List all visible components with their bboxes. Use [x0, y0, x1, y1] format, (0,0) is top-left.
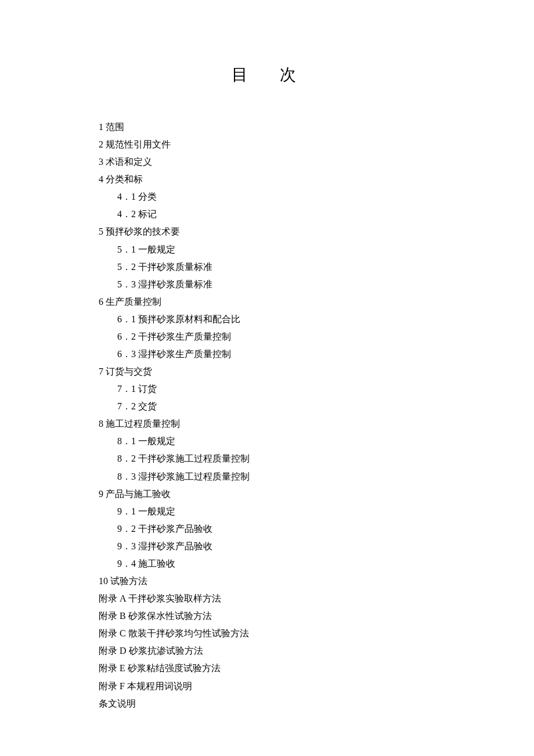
toc-entry: 5．2 干拌砂浆质量标准: [99, 258, 435, 276]
toc-entry: 8．3 湿拌砂浆施工过程质量控制: [99, 468, 435, 485]
toc-entry: 3 术语和定义: [99, 153, 435, 171]
toc-entry: 条文说明: [99, 695, 435, 712]
toc-entry: 6．1 预拌砂浆原材料和配合比: [99, 311, 435, 328]
toc-entry: 6 生产质量控制: [99, 293, 435, 311]
toc-entry: 7．2 交货: [99, 398, 435, 415]
toc-entry: 8．2 干拌砂浆施工过程质量控制: [99, 450, 435, 467]
toc-container: 1 范围2 规范性引用文件3 术语和定义4 分类和标4．1 分类4．2 标记5 …: [99, 118, 435, 712]
toc-entry: 附录 B 砂浆保水性试验方法: [99, 607, 435, 625]
toc-entry: 附录 D 砂浆抗渗试验方法: [99, 642, 435, 660]
toc-entry: 5 预拌砂浆的技术要: [99, 223, 435, 240]
toc-entry: 9 产品与施工验收: [99, 485, 435, 503]
toc-entry: 5．3 湿拌砂浆质量标准: [99, 276, 435, 293]
page-title: 目 次: [99, 64, 435, 86]
toc-entry: 9．4 施工验收: [99, 555, 435, 573]
toc-entry: 8．1 一般规定: [99, 433, 435, 450]
toc-entry: 7 订货与交货: [99, 363, 435, 380]
toc-entry: 6．3 湿拌砂浆生产质量控制: [99, 345, 435, 363]
toc-entry: 1 范围: [99, 118, 435, 136]
toc-entry: 附录 F 本规程用词说明: [99, 678, 435, 695]
toc-entry: 7．1 订货: [99, 380, 435, 398]
toc-entry: 附录 A 干拌砂浆实验取样方法: [99, 590, 435, 607]
toc-entry: 4．1 分类: [99, 188, 435, 206]
toc-entry: 10 试验方法: [99, 573, 435, 590]
toc-entry: 9．1 一般规定: [99, 503, 435, 520]
toc-entry: 8 施工过程质量控制: [99, 415, 435, 433]
toc-entry: 9．2 干拌砂浆产品验收: [99, 520, 435, 538]
toc-entry: 4．2 标记: [99, 206, 435, 223]
toc-entry: 2 规范性引用文件: [99, 136, 435, 153]
document-page: 目 次 1 范围2 规范性引用文件3 术语和定义4 分类和标4．1 分类4．2 …: [0, 0, 534, 712]
toc-entry: 4 分类和标: [99, 171, 435, 188]
toc-entry: 附录 E 砂浆粘结强度试验方法: [99, 660, 435, 677]
toc-entry: 9．3 湿拌砂浆产品验收: [99, 538, 435, 555]
toc-entry: 附录 C 散装干拌砂浆均匀性试验方法: [99, 625, 435, 642]
toc-entry: 6．2 干拌砂浆生产质量控制: [99, 328, 435, 345]
toc-entry: 5．1 一般规定: [99, 241, 435, 258]
